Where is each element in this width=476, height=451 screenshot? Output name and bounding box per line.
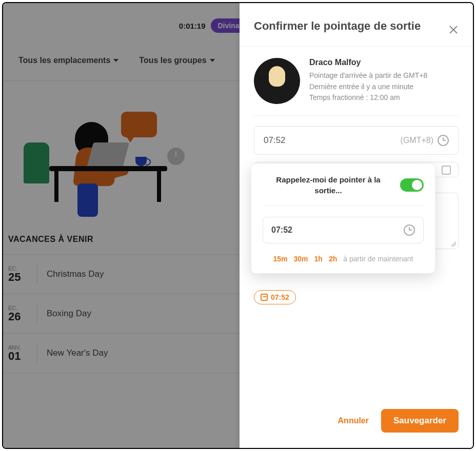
filter-locations[interactable]: Tous les emplacements	[18, 56, 118, 65]
clock-out-drawer: Confirmer le pointage de sortie Draco Ma…	[240, 3, 473, 448]
user-meta-line: Temps fractionné : 12:00 am	[309, 92, 427, 104]
user-meta-line: Dernière entrée il y a une minute	[309, 81, 427, 93]
filter-groups-label: Tous les groupes	[139, 56, 206, 65]
filter-locations-label: Tous les emplacements	[18, 56, 110, 65]
reminder-label: Rappelez-moi de pointer à la sortie...	[263, 174, 394, 196]
cancel-button[interactable]: Annuler	[338, 416, 369, 425]
holiday-day: 01	[8, 351, 28, 362]
close-icon[interactable]	[448, 25, 459, 35]
preset-button[interactable]: 2h	[329, 255, 337, 263]
preset-button[interactable]: 30m	[294, 255, 308, 263]
save-button[interactable]: Sauvegarder	[381, 409, 459, 433]
timezone-label: (GMT+8)	[401, 136, 433, 145]
reminder-time-value: 07:52	[271, 225, 292, 235]
chevron-down-icon	[210, 59, 215, 62]
clock-icon	[404, 224, 415, 236]
timer-text: 0:01:19	[179, 22, 206, 30]
holiday-day: 25	[8, 272, 28, 283]
resize-handle-icon[interactable]	[451, 241, 456, 247]
chevron-down-icon	[113, 59, 118, 62]
dashboard-illustration	[13, 91, 229, 214]
holiday-month: ANV.	[8, 344, 28, 351]
calendar-icon	[442, 166, 451, 175]
clock-icon	[438, 135, 449, 146]
holiday-name: Boxing Day	[47, 309, 91, 319]
holiday-month: ÉC.	[8, 305, 28, 311]
clock-out-icon	[261, 294, 268, 301]
drawer-title: Confirmer le pointage de sortie	[254, 18, 421, 34]
preset-button[interactable]: 15m	[273, 255, 288, 263]
reminder-toggle[interactable]	[400, 178, 424, 192]
holiday-name: Christmas Day	[47, 269, 104, 279]
user-meta-line: Pointage d'arrivée à partir de GMT+8	[309, 70, 427, 81]
chip-time: 07:52	[271, 293, 289, 301]
user-name: Draco Malfoy	[309, 58, 427, 67]
holiday-day: 26	[8, 311, 28, 322]
reminder-popover: Rappelez-moi de pointer à la sortie... 0…	[251, 163, 435, 274]
filter-groups[interactable]: Tous les groupes	[139, 56, 214, 65]
holiday-name: New Year's Day	[47, 348, 108, 358]
preset-button[interactable]: 1h	[314, 255, 323, 263]
preset-hint: à partir de maintenant	[343, 255, 413, 263]
time-field[interactable]: 07:52 (GMT+8)	[254, 126, 459, 155]
avatar	[254, 58, 300, 104]
holiday-month: ÉC.	[8, 265, 28, 272]
time-value: 07:52	[264, 135, 286, 146]
clockout-time-chip[interactable]: 07:52	[254, 290, 296, 304]
reminder-time-field[interactable]: 07:52	[263, 217, 424, 243]
